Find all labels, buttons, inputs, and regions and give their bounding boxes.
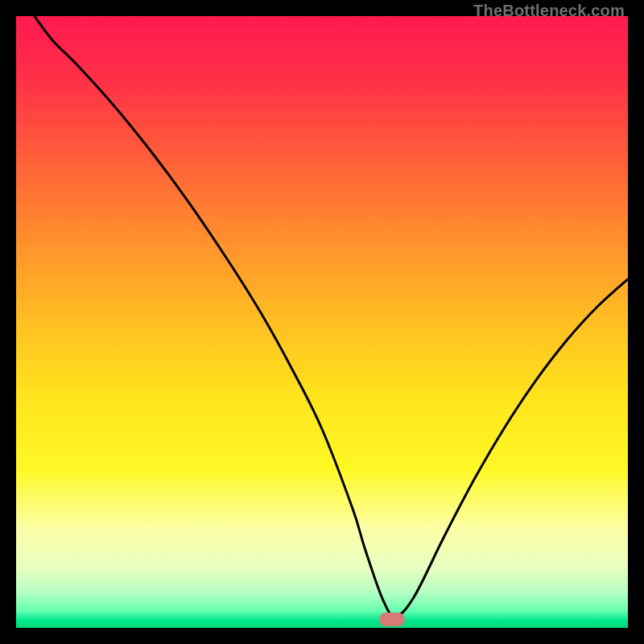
bottleneck-curve [16, 16, 628, 628]
chart-frame: TheBottleneck.com [0, 0, 644, 644]
optimal-point-marker [379, 613, 405, 626]
plot-area [16, 16, 628, 628]
